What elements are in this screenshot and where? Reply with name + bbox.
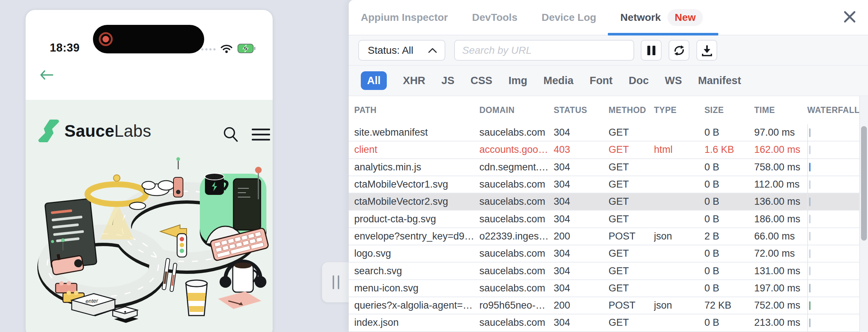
table-row[interactable]: index.json saucelabs.com 304 GET 0 B 213… (349, 314, 859, 332)
table-row[interactable]: ctaMobileVector1.svg saucelabs.com 304 G… (349, 176, 859, 193)
filter-chip[interactable]: Media (543, 75, 573, 86)
cell-domain: saucelabs.com (479, 127, 554, 138)
cell-domain: ro95h65neo-ds... (479, 300, 554, 311)
cell-status: 304 (554, 162, 609, 173)
device-screen: 18:39 (25, 9, 273, 332)
column-header: METHOD (609, 105, 654, 115)
cell-status: 304 (554, 196, 609, 207)
cell-status: 304 (554, 317, 609, 328)
table-row[interactable]: ctaMobileVector2.svg saucelabs.com 304 G… (349, 193, 859, 211)
pause-button[interactable] (641, 40, 662, 61)
scrollbar-thumb[interactable] (861, 126, 867, 241)
filter-chip-label: Manifest (698, 75, 741, 86)
cell-status: 304 (554, 248, 609, 259)
table-row[interactable]: search.svg saucelabs.com 304 GET 0 B 131… (349, 263, 859, 280)
cell-method: GET (609, 179, 654, 190)
cell-size: 0 B (704, 317, 754, 328)
mobile-device-testing-screen: 18:39 (0, 0, 868, 332)
tab-devtools[interactable]: DevTools (472, 12, 517, 23)
cell-status: 200 (554, 300, 609, 311)
filter-chip[interactable]: Manifest (698, 75, 741, 86)
cell-waterfall (807, 193, 859, 210)
tab-network[interactable]: Network New (620, 0, 703, 35)
cell-time: 758.00 ms (754, 162, 807, 173)
table-row[interactable]: queries?x-algolia-agent=Algo... ro95h65n… (349, 297, 859, 314)
cell-domain: o22339.ingest.s... (479, 231, 554, 242)
cell-waterfall (807, 124, 859, 141)
filter-chip[interactable]: WS (665, 75, 682, 86)
cell-path: queries?x-algolia-agent=Algo... (354, 300, 479, 311)
scrollbar[interactable] (859, 96, 868, 332)
filter-chip-label: Img (508, 75, 527, 86)
status-filter-value: Status: All (368, 45, 414, 56)
tab-network-label: Network (620, 12, 661, 23)
cell-waterfall (807, 245, 859, 262)
waterfall-tick (809, 249, 811, 258)
tab-device-log[interactable]: Device Log (542, 12, 596, 23)
filter-chip[interactable]: XHR (403, 75, 425, 86)
recording-indicator-icon (99, 32, 113, 46)
cell-waterfall (807, 176, 859, 193)
filter-chip-label: XHR (403, 75, 425, 86)
cell-method: GET (609, 248, 654, 259)
table-row[interactable]: envelope?sentry_key=d9ae8... o22339.inge… (349, 228, 859, 245)
column-header: PATH (354, 105, 479, 115)
filter-chip[interactable]: All (361, 71, 387, 90)
saucelabs-logo[interactable]: SauceLabs (38, 119, 151, 143)
hamburger-menu-icon[interactable] (252, 128, 270, 143)
waterfall-tick (809, 197, 811, 206)
filter-chip[interactable]: CSS (471, 75, 493, 86)
table-row[interactable]: menu-icon.svg saucelabs.com 304 GET 0 B … (349, 280, 859, 297)
clock: 18:39 (50, 41, 80, 54)
cell-status: 304 (554, 127, 609, 138)
cell-waterfall (807, 263, 859, 279)
table-row[interactable]: product-cta-bg.svg saucelabs.com 304 GET… (349, 211, 859, 228)
back-arrow-icon[interactable] (40, 70, 54, 82)
column-header: TIME (754, 105, 807, 115)
column-header: SIZE (704, 105, 754, 115)
status-filter-dropdown[interactable]: Status: All (358, 40, 445, 61)
waterfall-divider (807, 124, 808, 332)
table-row[interactable]: logo.svg saucelabs.com 304 GET 0 B 72.00… (349, 245, 859, 263)
waterfall-tick (809, 232, 811, 241)
cell-status: 403 (554, 144, 609, 155)
device-status-bar: 18:39 (26, 10, 273, 57)
table-row[interactable]: analytics.min.js cdn.segment.com 304 GET… (349, 159, 859, 176)
dynamic-island (93, 25, 204, 53)
tab-appium-inspector[interactable]: Appium Inspector (361, 12, 448, 23)
cell-method: GET (609, 283, 654, 294)
url-search-input[interactable] (454, 40, 634, 61)
filter-chip-label: Font (590, 75, 613, 86)
cell-path: site.webmanifest (354, 127, 479, 138)
cell-time: 112.00 ms (754, 179, 807, 190)
cell-type: json (654, 231, 704, 242)
close-icon[interactable] (842, 9, 858, 25)
cellular-signal-icon (201, 48, 216, 50)
refresh-button[interactable] (669, 40, 689, 61)
filter-chip[interactable]: JS (441, 75, 454, 86)
wifi-icon (220, 44, 233, 55)
column-header: DOMAIN (479, 105, 554, 115)
filter-chip[interactable]: Img (508, 75, 527, 86)
cell-waterfall (807, 314, 859, 331)
website-content: SauceLabs (26, 100, 273, 332)
download-button[interactable] (696, 40, 717, 61)
filter-chip[interactable]: Font (590, 75, 613, 86)
cell-status: 304 (554, 179, 609, 190)
cell-waterfall (807, 142, 859, 158)
cell-waterfall (807, 280, 859, 297)
battery-charging-icon (237, 44, 256, 55)
panel-drag-handle[interactable] (322, 262, 350, 302)
table-row[interactable]: site.webmanifest saucelabs.com 304 GET 0… (349, 124, 859, 142)
cell-path: analytics.min.js (354, 162, 479, 173)
cell-time: 66.00 ms (754, 231, 807, 242)
cell-path: envelope?sentry_key=d9ae8... (354, 231, 479, 242)
table-row[interactable]: client accounts.googl... 403 GET html 1.… (349, 142, 859, 159)
cell-path: search.svg (354, 265, 479, 277)
network-toolbar: Status: All (349, 35, 868, 66)
filter-chip[interactable]: Doc (629, 75, 649, 86)
waterfall-tick (809, 267, 811, 275)
search-icon[interactable] (222, 126, 239, 144)
devtools-panel: Appium Inspector DevTools Device Log Net… (349, 0, 868, 332)
cell-method: POST (609, 231, 654, 242)
